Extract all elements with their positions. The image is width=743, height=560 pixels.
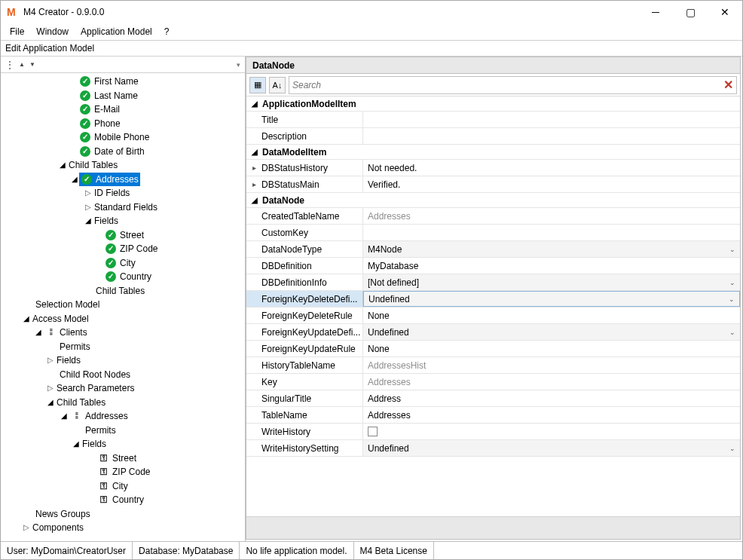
- tree-item[interactable]: ✓City: [4, 256, 245, 271]
- status-life-model: No life application model.: [240, 542, 353, 559]
- collapse-icon[interactable]: ◢: [246, 99, 262, 108]
- property-row[interactable]: DBDefinitionInfo[Not defined]⌄: [246, 274, 740, 291]
- property-row[interactable]: TableNameAddresses: [246, 407, 740, 424]
- dropdown-icon[interactable]: ⌄: [729, 445, 735, 452]
- tree-item[interactable]: ◢⦙⦙⦙Clients: [4, 326, 245, 340]
- expand-icon[interactable]: ◢: [46, 396, 55, 410]
- status-user: User: MyDomain\CreatorUser: [1, 542, 133, 559]
- tree-item[interactable]: News Groups: [4, 507, 245, 522]
- minimize-button[interactable]: ─: [638, 1, 673, 23]
- tree-item[interactable]: ◢Access Model: [4, 312, 245, 326]
- tree-item[interactable]: ⚿Country: [4, 493, 245, 507]
- tree-item[interactable]: ✓Mobile Phone: [4, 130, 245, 145]
- property-row-selected[interactable]: ForeignKeyDeleteDefi...Undefined⌄: [246, 291, 740, 308]
- expand-icon[interactable]: ▷: [46, 381, 55, 396]
- tree-item[interactable]: ◢Child Tables: [4, 396, 245, 410]
- expand-icon[interactable]: ▷: [84, 200, 93, 215]
- tree-item[interactable]: ✓Street: [4, 228, 245, 243]
- menu-help[interactable]: ?: [158, 25, 176, 38]
- tree-item[interactable]: ✓ZIP Code: [4, 242, 245, 256]
- maximize-button[interactable]: ▢: [673, 1, 708, 23]
- tree-item[interactable]: ✓Last Name: [4, 89, 245, 103]
- sort-button[interactable]: A↓: [269, 77, 286, 93]
- expand-icon[interactable]: ◢: [60, 409, 69, 424]
- tree-item[interactable]: ✓Date of Birth: [4, 145, 245, 159]
- tree-item[interactable]: ⚿City: [4, 479, 245, 494]
- tree-item[interactable]: Permits: [4, 424, 245, 438]
- expand-icon[interactable]: ◢: [34, 326, 43, 340]
- property-row[interactable]: HistoryTableNameAddressesHist: [246, 357, 740, 374]
- property-row[interactable]: ForeignKeyUpdateDefi...Undefined⌄: [246, 324, 740, 341]
- tree-item[interactable]: ✓First Name: [4, 75, 245, 89]
- dropdown-icon[interactable]: ⌄: [729, 279, 735, 286]
- property-row[interactable]: KeyAddresses: [246, 374, 740, 390]
- tree-item[interactable]: ✓Phone: [4, 117, 245, 131]
- category-row[interactable]: ◢DataModelItem: [246, 145, 740, 160]
- category-row[interactable]: ◢ApplicationModelItem: [246, 96, 740, 112]
- tree-item[interactable]: ◢⦙⦙⦙Addresses: [4, 409, 245, 424]
- property-row[interactable]: WriteHistory: [246, 424, 740, 440]
- expand-icon[interactable]: ◢: [72, 437, 81, 451]
- checkbox[interactable]: [368, 427, 378, 436]
- clear-search-icon[interactable]: ✕: [723, 78, 733, 92]
- expand-icon[interactable]: ◢: [84, 214, 93, 228]
- property-row[interactable]: SingularTitleAddress: [246, 390, 740, 407]
- property-row[interactable]: ForeignKeyUpdateRuleNone: [246, 341, 740, 357]
- property-grid[interactable]: ◢ApplicationModelItem Title Description …: [246, 96, 740, 516]
- tree-item[interactable]: ⚿Street: [4, 451, 245, 466]
- property-row[interactable]: DataNodeTypeM4Node⌄: [246, 241, 740, 258]
- model-tree[interactable]: ✓First Name ✓Last Name ✓E-Mail ✓Phone ✓M…: [1, 73, 245, 541]
- check-icon: ✓: [105, 230, 116, 240]
- dropdown-icon[interactable]: ⌄: [729, 246, 735, 253]
- tree-item[interactable]: ▷ID Fields: [4, 186, 245, 200]
- dropdown-icon[interactable]: ⌄: [729, 329, 735, 336]
- collapse-icon[interactable]: ▲: [19, 61, 25, 68]
- tree-item[interactable]: ▷Fields: [4, 353, 245, 368]
- tree-item[interactable]: ◢Child Tables: [4, 158, 245, 173]
- menu-file[interactable]: File: [4, 25, 30, 38]
- tree-item[interactable]: ▷Standard Fields: [4, 200, 245, 215]
- collapse-icon[interactable]: ◢: [246, 196, 262, 204]
- tree-item[interactable]: ◢Fields: [4, 437, 245, 451]
- menu-window[interactable]: Window: [30, 25, 75, 38]
- menu-application-model[interactable]: Application Model: [75, 25, 158, 38]
- tree-item[interactable]: Child Tables: [4, 284, 245, 298]
- category-row[interactable]: ◢DataNode: [246, 193, 740, 208]
- property-row[interactable]: CustomKey: [246, 225, 740, 241]
- tree-item[interactable]: ✓Country: [4, 270, 245, 284]
- tree-item[interactable]: Child Root Nodes: [4, 368, 245, 382]
- expand-icon[interactable]: ◢: [58, 158, 67, 173]
- search-box[interactable]: ✕: [289, 76, 737, 94]
- dropdown-icon[interactable]: ⌄: [729, 295, 735, 303]
- tree-overflow-icon[interactable]: ▾: [237, 61, 240, 69]
- tree-item[interactable]: Selection Model: [4, 298, 245, 312]
- tree-item-selected[interactable]: ◢✓Addresses: [4, 173, 245, 187]
- expand-icon[interactable]: ▷: [84, 186, 93, 200]
- expand-icon[interactable]: ◢: [70, 173, 79, 187]
- expand-icon[interactable]: ▼: [29, 61, 35, 68]
- property-row[interactable]: WriteHistorySettingUndefined⌄: [246, 440, 740, 457]
- tree-item[interactable]: ⚿ZIP Code: [4, 465, 245, 479]
- collapse-icon[interactable]: ◢: [246, 148, 262, 156]
- property-row[interactable]: ▸DBStatusHistoryNot needed.: [246, 160, 740, 176]
- close-button[interactable]: ✕: [708, 1, 742, 23]
- tree-item[interactable]: Permits: [4, 340, 245, 354]
- expand-icon[interactable]: ◢: [22, 312, 31, 326]
- search-input[interactable]: [292, 80, 723, 90]
- tree-item[interactable]: ◢Fields: [4, 214, 245, 228]
- property-row[interactable]: Title: [246, 112, 740, 128]
- categorized-button[interactable]: ▦: [249, 77, 266, 93]
- property-row[interactable]: CreatedTableNameAddresses: [246, 208, 740, 225]
- expand-icon[interactable]: ▸: [246, 180, 261, 188]
- tree-item[interactable]: ▷Components: [4, 521, 245, 535]
- tree-menu-icon[interactable]: ⋮: [5, 60, 14, 70]
- tree-item[interactable]: ▷Search Parameters: [4, 381, 245, 396]
- property-row[interactable]: Description: [246, 128, 740, 145]
- expand-icon[interactable]: ▸: [246, 164, 261, 172]
- property-row[interactable]: ▸DBStatusMainVerified.: [246, 176, 740, 193]
- expand-icon[interactable]: ▷: [22, 521, 31, 535]
- expand-icon[interactable]: ▷: [46, 353, 55, 368]
- property-row[interactable]: DBDefinitionMyDatabase: [246, 258, 740, 274]
- tree-item[interactable]: ✓E-Mail: [4, 103, 245, 117]
- property-row[interactable]: ForeignKeyDeleteRuleNone: [246, 308, 740, 324]
